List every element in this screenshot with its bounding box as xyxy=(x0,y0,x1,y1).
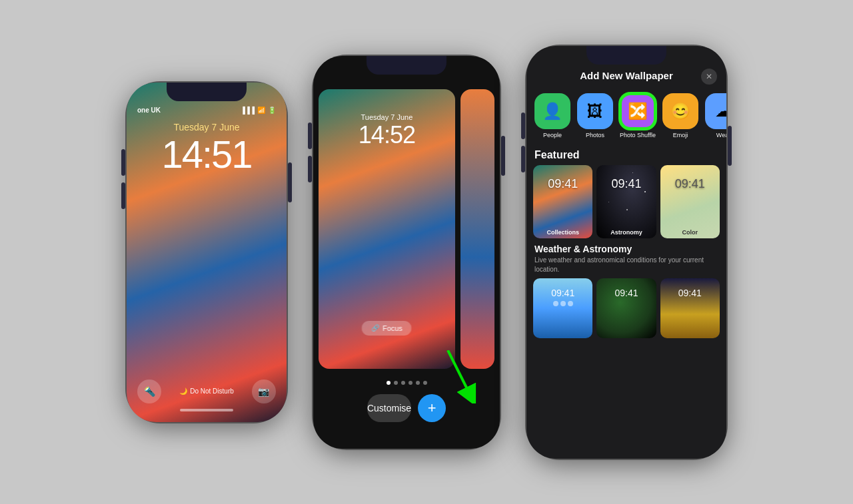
photo-shuffle-option[interactable]: 🔀 Photo Shuffle xyxy=(618,93,657,139)
torch-icon: 🔦 xyxy=(144,386,155,397)
dot-4 xyxy=(409,381,413,385)
stars xyxy=(596,165,656,238)
moon-icon: 🌙 xyxy=(179,387,187,395)
people-label: People xyxy=(543,132,562,139)
photo-shuffle-label: Photo Shuffle xyxy=(620,132,656,139)
green-arrow xyxy=(441,350,481,403)
vol-up-button xyxy=(121,149,125,176)
sky-time: 09:41 xyxy=(533,278,592,298)
plus-icon: + xyxy=(428,399,436,417)
wallpaper-type-icons: 👤 People 🖼 Photos 🔀 Phot xyxy=(526,88,726,144)
photos-label: Photos xyxy=(586,132,604,139)
globe-thumb[interactable]: 09:41 xyxy=(596,278,656,338)
weather-description: Live weather and astronomical conditions… xyxy=(526,256,726,278)
featured-section-title: Featured xyxy=(526,144,726,165)
focus-pill: 🔗 Focus xyxy=(362,321,412,336)
focus-label: Focus xyxy=(383,324,403,332)
vol-down-button xyxy=(308,156,312,182)
dnd-indicator: 🌙 Do Not Disturb xyxy=(179,387,234,395)
carrier-label: one UK xyxy=(137,107,161,114)
weather-section-title: Weather & Astronomy xyxy=(526,238,726,256)
notch xyxy=(367,56,446,75)
customise-label: Customise xyxy=(367,403,411,413)
photos-option[interactable]: 🖼 Photos xyxy=(576,93,614,139)
weather-icon: ☁ xyxy=(715,102,726,121)
lockscreen-bottom: 🔦 🌙 Do Not Disturb 📷 xyxy=(127,379,287,422)
page-dots xyxy=(387,381,427,385)
customize-screen: Tuesday 7 June 14:52 🔗 Focus xyxy=(313,56,500,449)
phone-lockscreen: one UK ▐▐▐ 📶 🔋 Tuesday 7 June 14:51 🔦 xyxy=(127,83,287,422)
emoji-label: Emoji xyxy=(673,132,688,139)
emoji-icon: 😊 xyxy=(670,102,690,121)
collections-thumb[interactable]: 09:41 Collections xyxy=(533,165,592,238)
emoji-icon-circle: 😊 xyxy=(662,93,698,129)
aw-title: Add New Wallpaper xyxy=(580,70,672,81)
customise-button[interactable]: Customise xyxy=(367,394,411,422)
photos-icon-circle: 🖼 xyxy=(577,93,613,129)
night-thumb[interactable]: 09:41 xyxy=(660,278,720,338)
color-time: 09:41 xyxy=(660,165,720,191)
lockscreen-screen: one UK ▐▐▐ 📶 🔋 Tuesday 7 June 14:51 🔦 xyxy=(127,83,287,422)
lockscreen-bg: one UK ▐▐▐ 📶 🔋 Tuesday 7 June 14:51 🔦 xyxy=(127,83,287,422)
dot-3 xyxy=(401,381,405,385)
sky-thumb[interactable]: 09:41 xyxy=(533,278,592,338)
dot-5 xyxy=(416,381,420,385)
wallpaper-bg: Add New Wallpaper ✕ 👤 People xyxy=(526,46,726,459)
weather-label: Weal xyxy=(716,132,726,139)
dnd-label: Do Not Disturb xyxy=(190,387,234,395)
photos-icon: 🖼 xyxy=(587,102,603,121)
shuffle-icon-circle: 🔀 xyxy=(620,93,656,129)
people-option[interactable]: 👤 People xyxy=(533,93,572,139)
featured-grid: 09:41 Collections 09:41 xyxy=(526,165,726,238)
collections-time: 09:41 xyxy=(533,165,592,191)
weather-grid: 09:41 09:41 09:41 xyxy=(526,278,726,338)
vol-down-button xyxy=(521,146,525,172)
people-icon-circle: 👤 xyxy=(534,93,570,129)
weather-icon-circle: ☁ xyxy=(705,93,726,129)
status-indicators: ▐▐▐ 📶 🔋 xyxy=(241,107,276,114)
sky-icon-3 xyxy=(568,301,573,306)
shuffle-icon: 🔀 xyxy=(628,102,648,121)
cust-date: Tuesday 7 June xyxy=(319,113,455,121)
signal-icon: ▐▐▐ xyxy=(241,107,255,114)
dot-6 xyxy=(423,381,427,385)
color-label: Color xyxy=(660,229,720,236)
phone-add-wallpaper: Add New Wallpaper ✕ 👤 People xyxy=(526,46,726,459)
emoji-option[interactable]: 😊 Emoji xyxy=(661,93,700,139)
sky-icon-2 xyxy=(560,301,566,306)
astronomy-thumb[interactable]: 09:41 Astronomy xyxy=(596,165,656,238)
wifi-icon: 📶 xyxy=(257,107,265,114)
notch xyxy=(586,46,666,65)
night-time: 09:41 xyxy=(660,278,720,298)
globe-time: 09:41 xyxy=(596,278,656,298)
power-button xyxy=(728,126,732,166)
torch-button[interactable]: 🔦 xyxy=(137,379,161,403)
close-button[interactable]: ✕ xyxy=(701,69,717,85)
camera-button[interactable]: 📷 xyxy=(252,379,276,403)
add-wallpaper-screen: Add New Wallpaper ✕ 👤 People xyxy=(526,46,726,459)
lockscreen-actions: 🔦 🌙 Do Not Disturb 📷 xyxy=(137,379,276,403)
lockscreen-time: 14:51 xyxy=(127,135,287,174)
vol-up-button xyxy=(308,123,312,149)
home-indicator xyxy=(180,409,233,411)
power-button xyxy=(288,162,292,202)
wallpaper-previews: Tuesday 7 June 14:52 🔗 Focus xyxy=(313,56,500,374)
svg-line-1 xyxy=(448,350,471,397)
dot-2 xyxy=(394,381,398,385)
customize-bg: Tuesday 7 June 14:52 🔗 Focus xyxy=(313,56,500,449)
close-icon: ✕ xyxy=(706,72,712,81)
astronomy-label: Astronomy xyxy=(596,229,656,236)
dot-1 xyxy=(387,381,391,385)
color-thumb[interactable]: 09:41 Color xyxy=(660,165,720,238)
people-icon: 👤 xyxy=(542,102,562,121)
cust-time: 14:52 xyxy=(319,121,455,149)
side-wallpaper-preview xyxy=(460,89,494,369)
phone-customize: Tuesday 7 June 14:52 🔗 Focus xyxy=(313,56,500,449)
collections-label: Collections xyxy=(533,229,592,236)
vol-up-button xyxy=(521,113,525,139)
weather-option[interactable]: ☁ Weal xyxy=(704,93,726,139)
main-wallpaper-preview: Tuesday 7 June 14:52 🔗 Focus xyxy=(319,89,455,369)
sky-icon-1 xyxy=(553,301,558,306)
notch xyxy=(167,83,247,101)
battery-icon: 🔋 xyxy=(268,107,276,114)
